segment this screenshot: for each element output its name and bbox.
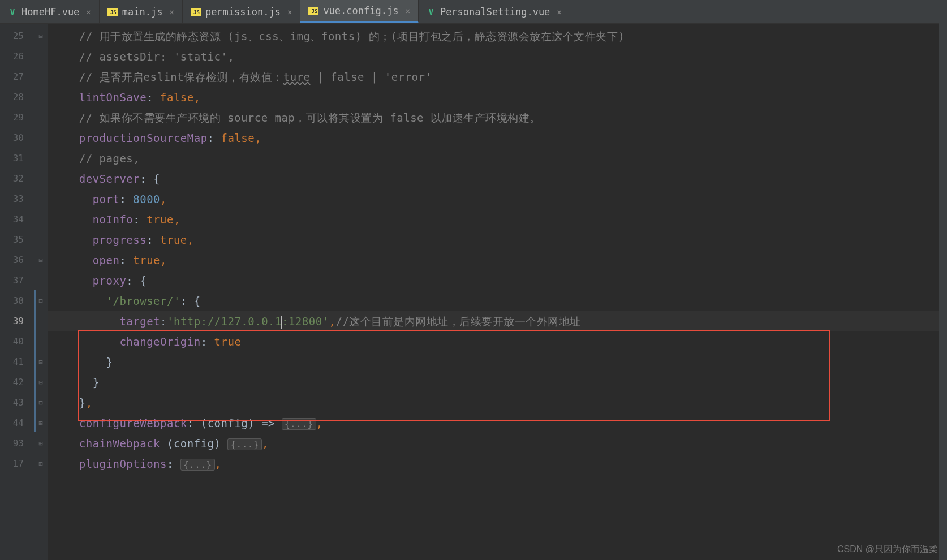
code-line: // 如果你不需要生产环境的 source map，可以将其设置为 false … (48, 107, 947, 128)
code-line: devServer: { (48, 169, 947, 189)
fold-spacer (34, 107, 48, 128)
close-icon[interactable]: ✕ (287, 7, 292, 16)
fold-toggle[interactable]: ⊞ (34, 433, 48, 454)
code-line: // 是否开启eslint保存检测，有效值：ture | false | 'er… (48, 67, 947, 87)
js-icon: JS (308, 7, 318, 15)
fold-spacer (34, 128, 48, 148)
code-editor[interactable]: 2526272829303132333435363738394041424344… (0, 24, 947, 560)
line-number: 34 (0, 209, 34, 230)
line-number: 35 (0, 230, 34, 250)
line-number: 40 (0, 331, 34, 352)
line-number: 44 (0, 413, 34, 433)
change-marker (34, 290, 36, 432)
line-number: 38 (0, 291, 34, 311)
line-number: 39 (0, 311, 34, 331)
code-line: // 用于放置生成的静态资源 (js、css、img、fonts) 的；(项目打… (48, 26, 947, 46)
tab-label: HomeHF.vue (21, 6, 79, 18)
line-number: 42 (0, 372, 34, 393)
fold-spacer (34, 148, 48, 169)
line-number: 32 (0, 169, 34, 189)
vue-icon: V (8, 7, 17, 16)
tab-permission[interactable]: JS permission.js ✕ (183, 0, 301, 23)
code-line: port: 8000, (48, 189, 947, 209)
close-icon[interactable]: ✕ (169, 7, 174, 16)
fold-toggle[interactable]: ⊟ (34, 26, 48, 46)
fold-toggle[interactable]: ⊞ (34, 454, 48, 474)
fold-toggle[interactable]: ⊟ (34, 250, 48, 270)
line-number: 37 (0, 270, 34, 291)
line-number: 25 (0, 26, 34, 46)
line-number: 30 (0, 128, 34, 148)
editor-tabs: V HomeHF.vue ✕ JS main.js ✕ JS permissio… (0, 0, 947, 24)
fold-spacer (34, 189, 48, 209)
fold-spacer (34, 270, 48, 291)
fold-spacer (34, 169, 48, 189)
close-icon[interactable]: ✕ (557, 7, 561, 16)
line-number: 36 (0, 250, 34, 270)
fold-spacer (34, 209, 48, 230)
scrollbar[interactable] (939, 0, 947, 560)
line-number-gutter: 2526272829303132333435363738394041424344… (0, 24, 34, 560)
line-number: 41 (0, 352, 34, 372)
code-line: proxy: { (48, 270, 947, 291)
code-line: configureWebpack: (config) => {...}, (48, 413, 947, 433)
line-number: 33 (0, 189, 34, 209)
js-icon: JS (191, 8, 201, 16)
line-number: 29 (0, 107, 34, 128)
tab-label: permission.js (205, 6, 281, 18)
close-icon[interactable]: ✕ (405, 6, 410, 15)
code-line: open: true, (48, 250, 947, 270)
code-line: productionSourceMap: false, (48, 128, 947, 148)
code-line: '/browser/': { (48, 291, 947, 311)
code-line: }, (48, 393, 947, 413)
line-number: 31 (0, 148, 34, 169)
line-number: 93 (0, 433, 34, 454)
code-line: changeOrigin: true (48, 331, 947, 352)
code-line: lintOnSave: false, (48, 87, 947, 107)
line-number: 17 (0, 454, 34, 474)
watermark: CSDN @只因为你而温柔 (837, 544, 938, 555)
code-line: chainWebpack (config) {...}, (48, 433, 947, 454)
code-line: noInfo: true, (48, 209, 947, 230)
close-icon[interactable]: ✕ (86, 7, 91, 16)
js-icon: JS (107, 8, 118, 16)
line-number: 43 (0, 393, 34, 413)
line-number: 26 (0, 46, 34, 67)
code-line: progress: true, (48, 230, 947, 250)
fold-spacer (34, 87, 48, 107)
line-number: 28 (0, 87, 34, 107)
line-number: 27 (0, 67, 34, 87)
code-line-current: target:'http://127.0.0.1:12800',//这个目前是内… (48, 311, 947, 331)
code-line: } (48, 352, 947, 372)
code-line: // assetsDir: 'static', (48, 46, 947, 67)
tab-label: PersonalSetting.vue (440, 6, 550, 18)
tab-main[interactable]: JS main.js ✕ (100, 0, 183, 23)
fold-spacer (34, 67, 48, 87)
code-area[interactable]: // 用于放置生成的静态资源 (js、css、img、fonts) 的；(项目打… (48, 24, 947, 560)
vue-icon: V (427, 7, 436, 16)
code-line: // pages, (48, 148, 947, 169)
code-line: } (48, 372, 947, 393)
fold-spacer (34, 46, 48, 67)
fold-spacer (34, 230, 48, 250)
tab-label: vue.config.js (323, 5, 398, 16)
tab-homehf[interactable]: V HomeHF.vue ✕ (0, 0, 100, 23)
code-line: pluginOptions: {...}, (48, 454, 947, 474)
tab-personalsetting[interactable]: V PersonalSetting.vue ✕ (419, 0, 570, 23)
tab-label: main.js (122, 6, 163, 18)
tab-vueconfig[interactable]: JS vue.config.js ✕ (300, 0, 419, 23)
